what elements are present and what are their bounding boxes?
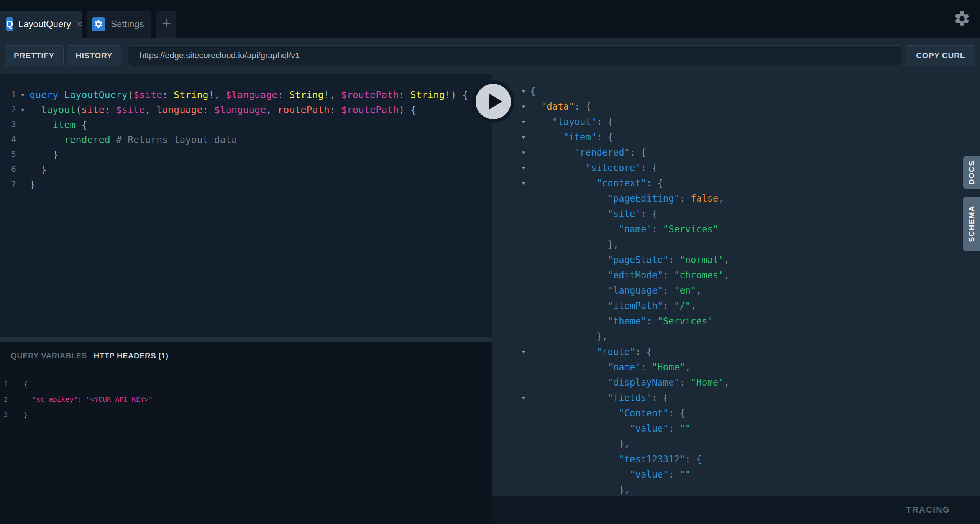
- result-line: ▾ "layout": {: [492, 114, 980, 130]
- execute-button[interactable]: [472, 80, 514, 123]
- tab-query-variables[interactable]: QUERY VARIABLES: [11, 352, 87, 360]
- new-tab-button[interactable]: +: [156, 11, 176, 38]
- collapse-arrow-icon[interactable]: ▾: [517, 344, 530, 360]
- query-code-line[interactable]: 2▾ layout(site: $site, language: $langua…: [0, 102, 492, 117]
- code-text: "sitecore": {: [530, 160, 657, 176]
- schema-label: SCHEMA: [967, 205, 976, 242]
- fold-gutter: [517, 482, 530, 496]
- result-line: },: [492, 237, 980, 252]
- fold-gutter: [517, 222, 530, 237]
- code-text: "displayName": "Home",: [530, 375, 729, 390]
- result-line: "name": "Home",: [492, 360, 980, 375]
- tab-bar: Q LayoutQuery × Settings +: [0, 0, 980, 38]
- line-number: 3: [0, 117, 16, 132]
- copy-curl-button[interactable]: COPY CURL: [906, 45, 975, 66]
- side-tab-docs[interactable]: DOCS: [963, 156, 980, 189]
- fold-gutter: [517, 452, 530, 467]
- tracing-bar[interactable]: TRACING: [492, 496, 980, 524]
- collapse-arrow-icon[interactable]: ▾: [517, 99, 530, 114]
- result-pane: ▾{▾ "data": {▾ "layout": {▾ "item": {▾ "…: [492, 74, 980, 524]
- result-line: ▾ "sitecore": {: [492, 160, 980, 176]
- collapse-arrow-icon[interactable]: ▾: [16, 102, 30, 117]
- result-line: "name": "Services": [492, 222, 980, 237]
- line-number: 2: [0, 102, 16, 117]
- graphql-playground-window: Q LayoutQuery × Settings + PRETTIFY HIST…: [0, 0, 980, 524]
- line-number: 1: [0, 87, 16, 102]
- code-text: },: [530, 329, 607, 344]
- line-number: 2: [0, 392, 8, 407]
- result-line: ▾ "context": {: [492, 176, 980, 191]
- fold-gutter: [517, 375, 530, 390]
- code-text: query LayoutQuery($site: String!, $langu…: [30, 87, 468, 102]
- history-button[interactable]: HISTORY: [67, 45, 122, 66]
- code-text: "sc_apikey": "<YOUR_API_KEY>": [24, 392, 153, 407]
- collapse-arrow-icon[interactable]: ▾: [517, 114, 530, 130]
- code-text: "test123312": {: [530, 452, 702, 467]
- result-line: "value": "": [492, 467, 980, 482]
- query-code-line[interactable]: 1▾query LayoutQuery($site: String!, $lan…: [0, 87, 492, 102]
- code-text: "pageEditing": false,: [530, 191, 724, 206]
- query-code-line[interactable]: 3 item {: [0, 117, 492, 132]
- tab-layoutquery[interactable]: Q LayoutQuery ×: [0, 11, 82, 38]
- collapse-arrow-icon[interactable]: ▾: [517, 160, 530, 176]
- docs-label: DOCS: [967, 160, 976, 185]
- close-tab-icon[interactable]: ×: [76, 19, 82, 30]
- bottom-panel-splitter[interactable]: [0, 337, 492, 342]
- code-text: "language": "en",: [530, 283, 702, 298]
- query-editor[interactable]: 1▾query LayoutQuery($site: String!, $lan…: [0, 74, 492, 337]
- query-code-line[interactable]: 6 }: [0, 162, 492, 177]
- toolbar: PRETTIFY HISTORY COPY CURL: [0, 38, 980, 74]
- tab-http-headers[interactable]: HTTP HEADERS (1): [94, 352, 169, 360]
- fold-gutter: [517, 237, 530, 252]
- tab-title: LayoutQuery: [18, 19, 71, 30]
- fold-gutter: [517, 329, 530, 344]
- play-icon: [489, 94, 502, 110]
- code-text: }: [30, 177, 35, 192]
- http-headers-editor[interactable]: 1{2 "sc_apikey": "<YOUR_API_KEY>"3}: [0, 376, 492, 422]
- settings-badge-gear-icon: [92, 17, 105, 31]
- code-text: }: [24, 407, 28, 422]
- result-line: "value": "": [492, 421, 980, 436]
- result-line: "theme": "Services": [492, 314, 980, 329]
- code-text: }: [30, 147, 58, 162]
- collapse-arrow-icon[interactable]: ▾: [517, 130, 530, 145]
- result-viewer: ▾{▾ "data": {▾ "layout": {▾ "item": {▾ "…: [492, 74, 980, 496]
- result-line: "displayName": "Home",: [492, 375, 980, 390]
- fold-gutter: [16, 162, 30, 177]
- result-line: "Content": {: [492, 406, 980, 421]
- headers-code-line[interactable]: 3}: [0, 407, 492, 422]
- fold-gutter: [517, 421, 530, 436]
- fold-gutter: [517, 436, 530, 452]
- fold-gutter: [517, 406, 530, 421]
- collapse-arrow-icon[interactable]: ▾: [517, 390, 530, 406]
- query-code-line[interactable]: 7}: [0, 177, 492, 192]
- headers-code-line[interactable]: 2 "sc_apikey": "<YOUR_API_KEY>": [0, 392, 492, 407]
- collapse-arrow-icon[interactable]: ▾: [16, 87, 30, 102]
- fold-gutter: [517, 283, 530, 298]
- headers-code-line[interactable]: 1{: [0, 376, 492, 392]
- collapse-arrow-icon[interactable]: ▾: [517, 84, 530, 99]
- fold-gutter: [16, 132, 30, 147]
- code-text: }: [30, 162, 47, 177]
- query-code-line[interactable]: 4 rendered # Returns layout data: [0, 132, 492, 147]
- query-type-badge: Q: [6, 17, 13, 31]
- result-line: "pageEditing": false,: [492, 191, 980, 206]
- fold-gutter: [517, 252, 530, 268]
- side-tab-schema[interactable]: SCHEMA: [963, 197, 980, 251]
- result-line: },: [492, 436, 980, 452]
- tab-settings[interactable]: Settings: [87, 11, 151, 38]
- fold-gutter: [517, 298, 530, 314]
- prettify-button[interactable]: PRETTIFY: [5, 45, 64, 66]
- collapse-arrow-icon[interactable]: ▾: [517, 176, 530, 191]
- settings-gear-icon[interactable]: [953, 10, 971, 28]
- endpoint-url-input[interactable]: [128, 45, 901, 66]
- code-text: item {: [30, 117, 87, 132]
- query-code-line[interactable]: 5 }: [0, 147, 492, 162]
- result-line: "language": "en",: [492, 283, 980, 298]
- code-text: "data": {: [530, 99, 591, 114]
- result-line: ▾ "item": {: [492, 130, 980, 145]
- query-pane: 1▾query LayoutQuery($site: String!, $lan…: [0, 74, 492, 524]
- collapse-arrow-icon[interactable]: ▾: [517, 145, 530, 160]
- code-text: "pageState": "normal",: [530, 252, 729, 268]
- result-line: "editMode": "chromes",: [492, 268, 980, 283]
